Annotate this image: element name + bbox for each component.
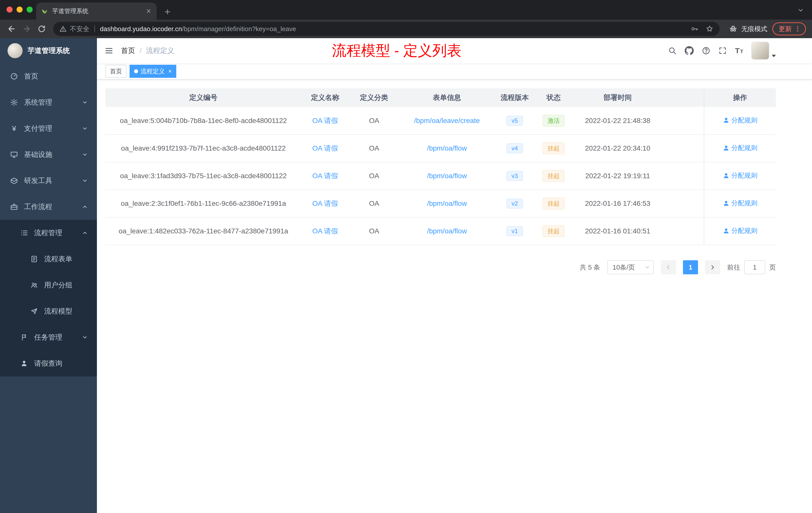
breadcrumb-home[interactable]: 首页 xyxy=(121,46,135,56)
chevron-down-icon xyxy=(82,99,88,105)
definition-name-link[interactable]: OA 请假 xyxy=(312,144,338,152)
breadcrumb-separator: / xyxy=(140,47,142,55)
sidebar-item-process-model[interactable]: 流程模型 xyxy=(0,298,97,324)
chevron-down-icon xyxy=(82,178,88,184)
assign-rule-link[interactable]: 分配规则 xyxy=(723,199,757,208)
address-bar[interactable]: 不安全 dashboard.yudao.iocoder.cn/bpm/manag… xyxy=(53,22,720,36)
sidebar-item-workflow[interactable]: 工作流程 xyxy=(0,194,97,220)
sidebar: 芋道管理系统 首页 系统管理 ¥ 支付管理 基础设施 xyxy=(0,38,97,513)
close-window-button[interactable] xyxy=(6,6,12,12)
table-row: oa_leave:5:004b710b-7b8a-11ec-8ef0-acde4… xyxy=(106,107,776,134)
github-icon[interactable] xyxy=(685,46,694,55)
tag-process-definition[interactable]: 流程定义 × xyxy=(129,65,176,78)
tag-home[interactable]: 首页 xyxy=(106,65,126,78)
sidebar-toggle-button[interactable] xyxy=(97,46,121,55)
zoom-window-button[interactable] xyxy=(27,6,33,12)
hamburger-icon xyxy=(105,46,114,55)
sidebar-item-process-form[interactable]: 流程表单 xyxy=(0,246,97,272)
column-definition-category: 定义分类 xyxy=(349,88,399,107)
definition-table: 定义编号 定义名称 定义分类 表单信息 流程版本 状态 部署时间 操作 oa_l… xyxy=(106,88,776,245)
definition-name-link[interactable]: OA 请假 xyxy=(312,117,338,124)
person-icon xyxy=(723,200,729,207)
gear-icon xyxy=(10,98,18,107)
definition-name-link[interactable]: OA 请假 xyxy=(312,200,338,207)
pagination: 共 5 条 10条/页 1 前往 页 xyxy=(106,260,776,274)
password-key-icon[interactable] xyxy=(691,25,698,33)
status-badge: 挂起 xyxy=(543,198,565,210)
user-menu[interactable] xyxy=(751,42,776,60)
sidebar-menu: 首页 系统管理 ¥ 支付管理 基础设施 研发工具 xyxy=(0,63,97,376)
page-number-button[interactable]: 1 xyxy=(683,260,698,274)
tag-close-icon[interactable]: × xyxy=(168,68,172,74)
status-badge: 挂起 xyxy=(543,170,565,182)
prev-page-button[interactable] xyxy=(661,260,676,274)
page-annotation: 流程模型 - 定义列表 xyxy=(332,41,462,60)
chevron-down-icon xyxy=(82,152,88,158)
browser-tab[interactable]: 芋道管理系统 xyxy=(36,2,157,20)
sidebar-item-system-management[interactable]: 系统管理 xyxy=(0,89,97,116)
warning-triangle-icon xyxy=(59,25,67,33)
form-info-link[interactable]: /bpm/oa/flow xyxy=(427,144,467,152)
sidebar-item-leave-query[interactable]: 请假查询 xyxy=(0,350,97,376)
page-size-select[interactable]: 10条/页 xyxy=(607,260,654,274)
sidebar-item-dev-tools[interactable]: 研发工具 xyxy=(0,168,97,194)
form-info-link[interactable]: /bpm/oa/flow xyxy=(427,172,467,180)
sidebar-item-label: 流程管理 xyxy=(34,228,62,238)
version-tag: v4 xyxy=(506,143,523,153)
table-body: oa_leave:5:004b710b-7b8a-11ec-8ef0-acde4… xyxy=(106,107,776,245)
app-title: 芋道管理系统 xyxy=(28,46,70,56)
sidebar-item-infrastructure[interactable]: 基础设施 xyxy=(0,142,97,168)
pagination-total: 共 5 条 xyxy=(580,263,600,272)
form-info-link[interactable]: /bpm/oa/flow xyxy=(427,200,467,207)
search-icon[interactable] xyxy=(668,47,677,55)
new-tab-button[interactable] xyxy=(164,8,171,16)
assign-rule-link[interactable]: 分配规则 xyxy=(723,144,757,152)
definition-name-link[interactable]: OA 请假 xyxy=(312,172,338,180)
sidebar-item-home[interactable]: 首页 xyxy=(0,63,97,89)
tab-close-icon[interactable] xyxy=(146,8,152,14)
sidebar-item-label: 流程模型 xyxy=(44,306,72,316)
minimize-window-button[interactable] xyxy=(17,6,23,12)
tags-view: 首页 流程定义 × xyxy=(97,63,812,80)
sidebar-item-task-management[interactable]: 任务管理 xyxy=(0,324,97,350)
status-badge: 激活 xyxy=(543,115,565,127)
reload-button[interactable] xyxy=(34,21,49,36)
form-info-link[interactable]: /bpm/oa/leave/create xyxy=(414,117,480,124)
column-definition-id: 定义编号 xyxy=(106,88,301,107)
help-icon[interactable] xyxy=(702,47,710,55)
column-status: 状态 xyxy=(535,88,573,107)
form-info-link[interactable]: /bpm/oa/flow xyxy=(427,227,467,235)
column-process-version: 流程版本 xyxy=(495,88,535,107)
chrome-update-button[interactable]: 更新 xyxy=(772,22,806,35)
sidebar-item-label: 系统管理 xyxy=(24,98,52,107)
cell-definition-category: OA xyxy=(349,162,399,190)
bookmark-star-icon[interactable] xyxy=(705,25,714,33)
fullscreen-icon[interactable] xyxy=(718,47,727,55)
table-row: oa_leave:4:991f2193-7b7f-11ec-a3c8-acde4… xyxy=(106,134,776,162)
cell-definition-id: oa_leave:2:3c1f0ef1-76b1-11ec-9c66-a2380… xyxy=(106,190,301,217)
sidebar-item-user-group[interactable]: 用户分组 xyxy=(0,272,97,298)
version-tag: v3 xyxy=(506,171,523,181)
definition-name-link[interactable]: OA 请假 xyxy=(312,227,338,235)
paper-plane-icon xyxy=(30,307,38,315)
sidebar-item-process-management[interactable]: 流程管理 xyxy=(0,220,97,246)
next-page-button[interactable] xyxy=(705,260,720,274)
assign-rule-link[interactable]: 分配规则 xyxy=(723,171,757,180)
sidebar-item-payment-management[interactable]: ¥ 支付管理 xyxy=(0,116,97,142)
top-navbar: 首页 / 流程定义 流程模型 - 定义列表 TT xyxy=(97,38,812,63)
assign-rule-link[interactable]: 分配规则 xyxy=(723,116,757,125)
table-row: oa_leave:2:3c1f0ef1-76b1-11ec-9c66-a2380… xyxy=(106,190,776,217)
tab-search-icon[interactable] xyxy=(798,7,804,13)
back-button[interactable] xyxy=(4,21,19,36)
forward-button[interactable] xyxy=(19,21,34,36)
page-goto-input[interactable] xyxy=(744,260,765,274)
app-logo[interactable]: 芋道管理系统 xyxy=(0,38,97,63)
security-chip[interactable]: 不安全 xyxy=(59,25,89,33)
column-actions: 操作 xyxy=(704,88,776,107)
font-size-icon[interactable]: TT xyxy=(735,47,743,55)
app-root: 芋道管理系统 首页 系统管理 ¥ 支付管理 基础设施 xyxy=(0,38,812,513)
page-content: 定义编号 定义名称 定义分类 表单信息 流程版本 状态 部署时间 操作 oa_l… xyxy=(97,80,812,274)
sidebar-item-label: 首页 xyxy=(24,71,38,81)
assign-rule-link[interactable]: 分配规则 xyxy=(723,227,757,235)
url-path: /bpm/manager/definition?key=oa_leave xyxy=(182,25,296,33)
